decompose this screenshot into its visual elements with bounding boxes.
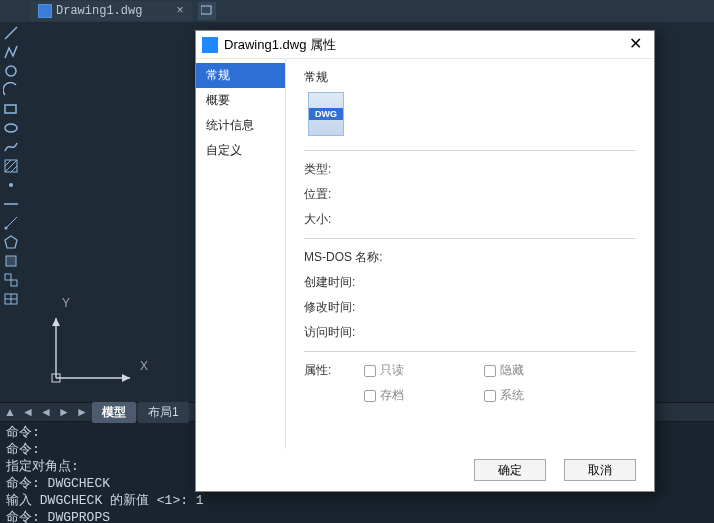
- svg-point-9: [9, 183, 13, 187]
- nav-statistics[interactable]: 统计信息: [196, 113, 285, 138]
- archive-checkbox[interactable]: [364, 390, 376, 402]
- point-tool-icon[interactable]: [1, 176, 21, 194]
- ray-tool-icon[interactable]: [1, 214, 21, 232]
- svg-marker-23: [52, 318, 60, 326]
- properties-dialog: Drawing1.dwg 属性 ✕ 常规 概要 统计信息 自定义 常规 DWG …: [195, 30, 655, 492]
- svg-point-4: [5, 124, 17, 132]
- dialog-nav: 常规 概要 统计信息 自定义: [196, 59, 286, 449]
- close-icon[interactable]: ✕: [620, 34, 650, 56]
- hatch-tool-icon[interactable]: [1, 157, 21, 175]
- new-tab-button[interactable]: [198, 2, 216, 20]
- created-field: 创建时间:: [304, 270, 636, 295]
- ellipse-tool-icon[interactable]: [1, 119, 21, 137]
- pane-heading: 常规: [304, 69, 636, 86]
- app-icon: [202, 37, 218, 53]
- rectangle-tool-icon[interactable]: [1, 100, 21, 118]
- dialog-titlebar[interactable]: Drawing1.dwg 属性 ✕: [196, 31, 654, 59]
- tab-label: Drawing1.dwg: [56, 4, 142, 18]
- arc-tool-icon[interactable]: [1, 81, 21, 99]
- line-tool-icon[interactable]: [1, 24, 21, 42]
- insert-block-icon[interactable]: [1, 271, 21, 289]
- nav-general[interactable]: 常规: [196, 63, 285, 88]
- dialog-title: Drawing1.dwg 属性: [224, 36, 620, 54]
- svg-line-7: [5, 160, 17, 172]
- svg-line-1: [5, 27, 17, 39]
- type-field: 类型:: [304, 157, 636, 182]
- spline-tool-icon[interactable]: [1, 138, 21, 156]
- layout-fwd-icon[interactable]: ►: [56, 404, 72, 420]
- ucs-axis-icon: X Y: [38, 296, 158, 396]
- svg-rect-16: [11, 280, 17, 286]
- region-tool-icon[interactable]: [1, 252, 21, 270]
- cmd-line: 输入 DWGCHECK 的新值 <1>: 1: [6, 492, 708, 509]
- cmd-line: 命令: DWGPROPS: [6, 509, 708, 523]
- draw-toolbar: [0, 22, 22, 402]
- svg-rect-0: [201, 6, 211, 14]
- system-checkbox[interactable]: [484, 390, 496, 402]
- svg-line-11: [6, 217, 17, 228]
- readonly-checkbox[interactable]: [364, 365, 376, 377]
- cancel-button[interactable]: 取消: [564, 459, 636, 481]
- location-field: 位置:: [304, 182, 636, 207]
- svg-rect-15: [5, 274, 11, 280]
- layout-first-icon[interactable]: ◄: [20, 404, 36, 420]
- layout-prev-icon[interactable]: ▲: [2, 404, 18, 420]
- construction-line-icon[interactable]: [1, 195, 21, 213]
- size-field: 大小:: [304, 207, 636, 232]
- hidden-label: 隐藏: [500, 362, 524, 379]
- svg-point-12: [5, 227, 8, 230]
- msdos-field: MS-DOS 名称:: [304, 245, 636, 270]
- svg-line-6: [5, 160, 11, 166]
- dwg-file-icon: [38, 4, 52, 18]
- nav-summary[interactable]: 概要: [196, 88, 285, 113]
- dwg-large-icon: DWG: [308, 92, 344, 136]
- hidden-checkbox[interactable]: [484, 365, 496, 377]
- system-label: 系统: [500, 387, 524, 404]
- attributes-label: 属性:: [304, 362, 364, 379]
- svg-marker-21: [122, 374, 130, 382]
- ok-button[interactable]: 确定: [474, 459, 546, 481]
- svg-rect-14: [6, 256, 16, 266]
- archive-label: 存档: [380, 387, 404, 404]
- table-tool-icon[interactable]: [1, 290, 21, 308]
- layout-last-icon[interactable]: ►: [74, 404, 90, 420]
- modified-field: 修改时间:: [304, 295, 636, 320]
- axis-y-label: Y: [62, 296, 70, 310]
- polyline-tool-icon[interactable]: [1, 43, 21, 61]
- model-tab[interactable]: 模型: [92, 402, 136, 423]
- polygon-tool-icon[interactable]: [1, 233, 21, 251]
- dialog-pane-general: 常规 DWG 类型: 位置: 大小: MS-DOS 名称: 创建时间: 修改时间…: [286, 59, 654, 449]
- circle-tool-icon[interactable]: [1, 62, 21, 80]
- layout-back-icon[interactable]: ◄: [38, 404, 54, 420]
- document-tab[interactable]: Drawing1.dwg ×: [30, 1, 192, 21]
- svg-line-8: [11, 166, 17, 172]
- nav-custom[interactable]: 自定义: [196, 138, 285, 163]
- accessed-field: 访问时间:: [304, 320, 636, 345]
- axis-x-label: X: [140, 359, 148, 373]
- svg-rect-3: [5, 105, 16, 113]
- svg-marker-13: [5, 236, 17, 248]
- readonly-label: 只读: [380, 362, 404, 379]
- svg-point-2: [6, 66, 16, 76]
- tab-close-icon[interactable]: ×: [176, 4, 183, 18]
- layout1-tab[interactable]: 布局1: [138, 402, 189, 423]
